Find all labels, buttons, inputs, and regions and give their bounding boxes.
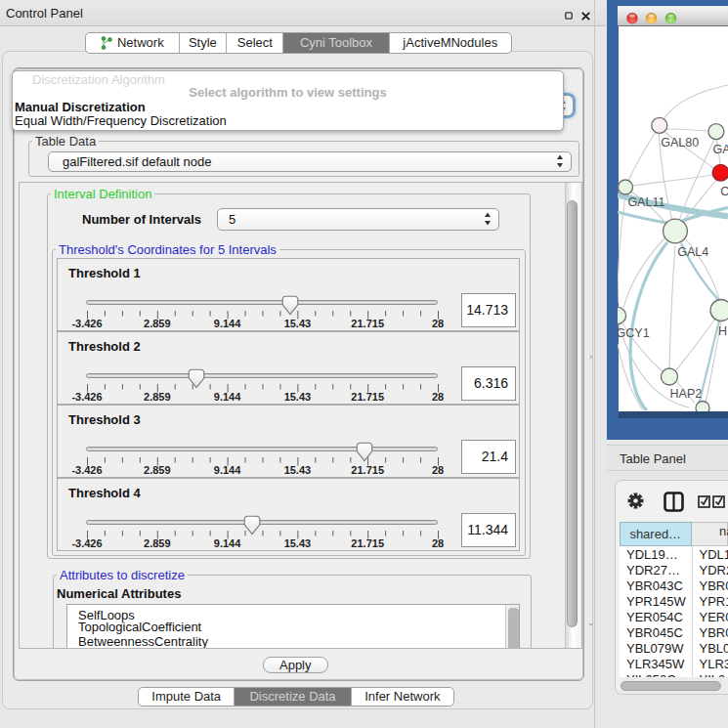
svg-text:GAL4: GAL4 — [677, 245, 708, 259]
svg-text:GAL11: GAL11 — [627, 195, 664, 209]
svg-text:H: H — [718, 324, 727, 338]
svg-text:GCY1: GCY1 — [618, 326, 650, 340]
svg-text:GAL1: GAL1 — [713, 143, 728, 156]
svg-text:C: C — [720, 185, 728, 198]
svg-text:GAL80: GAL80 — [661, 136, 699, 150]
svg-text:HAP2: HAP2 — [670, 387, 703, 401]
